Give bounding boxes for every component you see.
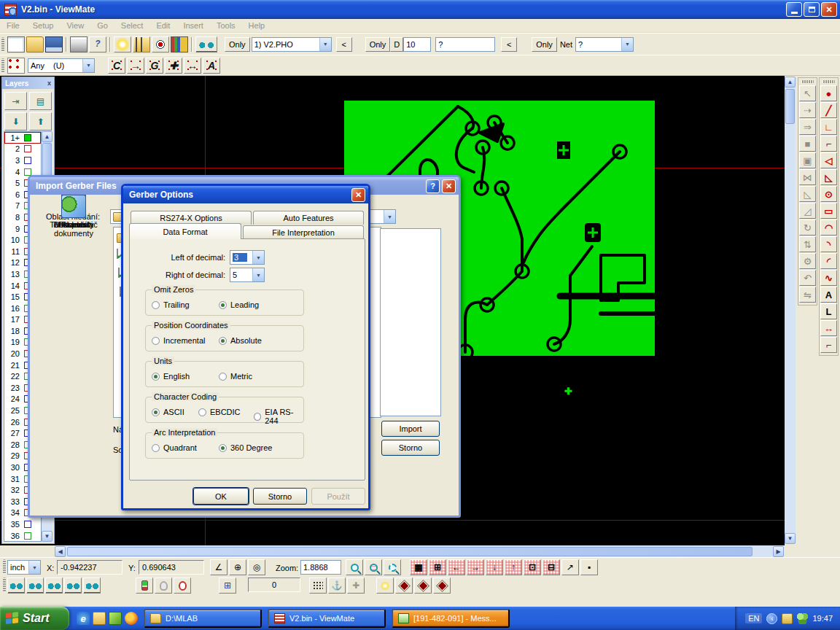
menu-item[interactable]: Insert [176, 20, 210, 31]
scroll-left-icon[interactable]: ◀ [55, 546, 66, 557]
select-next-button[interactable]: → [127, 58, 144, 74]
rectangle-tool[interactable]: ▭ [820, 203, 837, 219]
menu-item[interactable]: Help [242, 20, 272, 31]
scroll-up-icon[interactable]: ▲ [42, 131, 52, 142]
mirror-tool[interactable]: ⋈ [799, 169, 816, 185]
scroll-up-icon[interactable]: ▲ [785, 77, 796, 88]
tile-windows-icon[interactable]: ⊞ [219, 578, 236, 594]
step-left-icon[interactable]: ← [448, 559, 465, 575]
zoom-selection-icon[interactable] [365, 559, 382, 575]
measure-icon[interactable] [133, 36, 150, 52]
task-mlab-folder[interactable]: D:\MLAB [144, 609, 262, 628]
context-help-icon[interactable]: ? [89, 36, 106, 52]
menu-item[interactable]: Go [90, 20, 114, 31]
select-cross-button[interactable]: ✚ [165, 58, 182, 74]
pattern-selection-icon[interactable]: ▪ [580, 559, 598, 575]
layer-down-button[interactable]: ⬇ [4, 112, 27, 131]
copy-step-icon[interactable]: ⊡ [524, 559, 541, 575]
toolbar-grip[interactable] [1, 37, 4, 52]
layer-color-swatch[interactable] [24, 168, 31, 176]
redo-tool[interactable]: ⇋ [799, 287, 816, 303]
menu-item[interactable]: Setup [26, 20, 61, 31]
radio-option[interactable]: English [152, 372, 190, 381]
layer-color-swatch[interactable] [24, 145, 31, 152]
right-decimal-combo[interactable]: 5 ▼ [230, 268, 265, 282]
pointer-tool[interactable]: ↖ [799, 85, 816, 101]
move-layer-button[interactable]: ⇥ [4, 92, 27, 110]
ok-button[interactable]: OK [193, 488, 249, 505]
width-tool[interactable]: ↔ [820, 320, 837, 336]
dcode-target-icon[interactable] [152, 36, 169, 52]
radio-option[interactable]: 360 Degree [219, 443, 273, 452]
layer-color-swatch[interactable] [24, 521, 31, 528]
select-span-button[interactable]: ↔ [184, 58, 201, 74]
step-measure-icon[interactable]: ▦ [410, 559, 427, 575]
tray-icq-icon[interactable] [797, 613, 808, 624]
explorer-folder-icon[interactable] [93, 612, 106, 625]
dcode-value-field[interactable]: 10 [403, 37, 431, 52]
menu-item[interactable]: Edit [149, 20, 176, 31]
arc-cw-tool[interactable]: ◜ [820, 253, 837, 269]
dot-grid-icon[interactable] [309, 578, 327, 594]
layer-color-swatch[interactable] [24, 532, 31, 540]
undo-tool[interactable]: ↶ [799, 270, 816, 286]
new-file-icon[interactable] [7, 36, 25, 52]
scroll-down-icon[interactable]: ▼ [785, 533, 796, 544]
dim-lamp-icon[interactable] [155, 578, 172, 594]
layer-color-swatch[interactable] [24, 157, 31, 164]
pad-style-icon[interactable] [395, 578, 413, 594]
print-icon[interactable] [70, 36, 88, 52]
layers-panel-title[interactable]: Layers x [2, 77, 54, 89]
pad-tool[interactable]: ● [820, 85, 837, 101]
select-component-button[interactable]: C [108, 58, 125, 74]
layer-row[interactable]: 36 [4, 530, 41, 542]
only-net-button[interactable]: Only [532, 37, 557, 52]
filled-rect-tool[interactable]: ■ [799, 136, 816, 152]
move-tool[interactable]: ⇒ [799, 119, 816, 135]
curve-tool[interactable]: ∿ [820, 270, 837, 286]
dcode-button[interactable]: D [390, 37, 403, 52]
label-tool[interactable]: L [820, 303, 837, 319]
stretch-selection-icon[interactable]: ↗ [561, 559, 579, 575]
horizontal-scroll-thumb[interactable] [67, 547, 752, 556]
language-indicator[interactable]: EN [745, 613, 762, 623]
net-combo[interactable]: ?▼ [575, 37, 634, 52]
flash-highlight-icon[interactable] [376, 578, 394, 594]
settings-tool[interactable]: ⚙ [799, 253, 816, 269]
only-dcode-button[interactable]: Only [365, 37, 391, 52]
layer-colors-icon[interactable] [171, 36, 188, 52]
layer-combo[interactable]: 1) V2.PHO▼ [252, 37, 332, 52]
selection-filter-icon[interactable] [7, 58, 25, 74]
radio-option[interactable]: EBCDIC [198, 408, 241, 416]
only-layer-button[interactable]: Only [225, 37, 250, 52]
scroll-right-icon[interactable]: ▶ [773, 546, 784, 557]
grid-snap-icon[interactable]: ⊞ [429, 559, 446, 575]
layer-color-swatch[interactable] [24, 134, 31, 141]
corner-tool[interactable]: ⌐ [820, 136, 837, 152]
layer-table-button[interactable]: ▤ [29, 92, 52, 110]
view-outlines-icon[interactable] [26, 578, 44, 594]
zoom-window-icon[interactable] [384, 559, 401, 575]
close-button[interactable]: ✕ [821, 2, 837, 17]
shear-tool[interactable]: ◿ [799, 203, 816, 219]
layer-row[interactable]: 3 [4, 155, 41, 166]
tab-file-interpretation[interactable]: File Interpretation [243, 225, 364, 239]
cancel-button[interactable]: Storno [381, 440, 440, 456]
vector-move-icon[interactable]: ✚ [347, 578, 365, 594]
rotate-tool[interactable]: ↻ [799, 219, 816, 236]
apply-button[interactable]: Použít [311, 488, 365, 505]
toolbar-grip[interactable] [801, 80, 814, 83]
pad-style-alt-icon[interactable] [433, 578, 451, 594]
gerber-file-icon[interactable] [117, 249, 118, 259]
swap-tool[interactable]: ⇅ [799, 236, 816, 252]
layer-row[interactable]: 2 [4, 144, 41, 155]
task-viewmate[interactable]: V2.bin - ViewMate [268, 609, 386, 628]
save-file-icon[interactable] [45, 36, 63, 52]
selection-filter-combo[interactable]: Any(U) ▼ [28, 58, 95, 73]
toolbar-grip[interactable] [3, 578, 6, 592]
layer-row[interactable]: 1+ [4, 132, 41, 144]
gerber-file-icon[interactable] [118, 268, 120, 278]
menu-item[interactable]: View [60, 20, 90, 31]
radio-option[interactable]: Trailing [152, 300, 190, 309]
step-up-icon[interactable]: ↑ [505, 559, 522, 575]
